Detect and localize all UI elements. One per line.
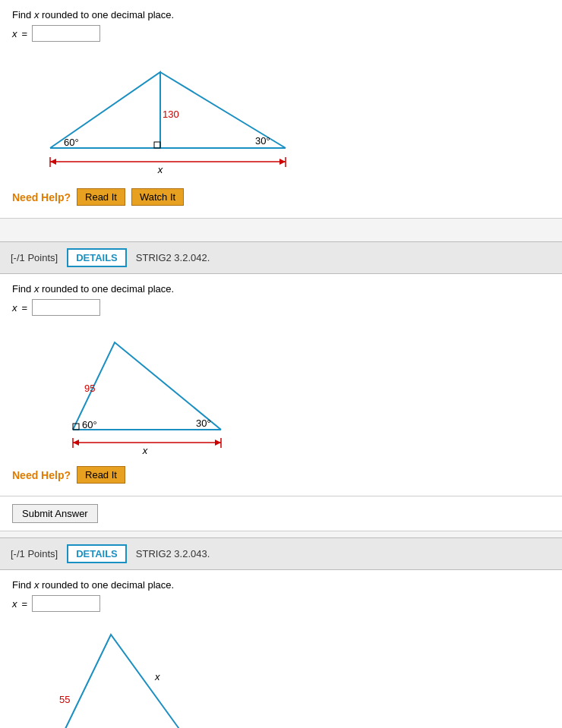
triangle2-svg: 95 60° 30° x <box>27 323 240 456</box>
triangle3-svg: 55 x 65° 60° <box>27 619 210 728</box>
problem-3-code: STRIG2 3.2.043. <box>136 548 210 559</box>
label-130: 130 <box>163 109 179 120</box>
problem-3-x-label: x <box>12 598 17 610</box>
problem-2-points: [-/1 Points] <box>11 252 58 263</box>
label-30: 30° <box>255 135 270 147</box>
problem-3-x-input[interactable] <box>32 595 100 612</box>
label-60-2: 60° <box>82 419 97 430</box>
problem-1-instruction: Find x rounded to one decimal place. <box>12 9 550 20</box>
problem-2-x-label: x <box>12 302 17 314</box>
label-30-2: 30° <box>196 418 211 429</box>
problem-3-x-row: x = <box>12 595 550 612</box>
label-95: 95 <box>84 383 95 394</box>
problem-2-x-row: x = <box>12 299 550 316</box>
problem-2-x-input[interactable] <box>32 299 100 316</box>
problem-3-diagram: 55 x 65° 60° <box>27 619 550 728</box>
problem-2-section: Find x rounded to one decimal place. x =… <box>0 274 562 496</box>
problem-1-equals: = <box>22 28 28 39</box>
problem-1-section: Find x rounded to one decimal place. x =… <box>0 0 562 219</box>
problem-2-equals: = <box>22 302 28 314</box>
submit-answer-btn[interactable]: Submit Answer <box>12 504 98 523</box>
problem-1-need-help-text: Need Help? <box>12 191 71 203</box>
problem-1-x-row: x = <box>12 25 550 42</box>
label-x-hyp: x <box>154 671 160 682</box>
left-arrowhead <box>50 159 56 165</box>
problem-1-read-it-btn[interactable]: Read It <box>77 188 125 206</box>
problem-1-x-input[interactable] <box>32 25 100 42</box>
problem-3-instruction: Find x rounded to one decimal place. <box>12 579 550 591</box>
gap-1 <box>0 219 562 241</box>
problem-1-diagram: 130 60° 30° x <box>27 49 550 181</box>
problem-2-read-it-btn[interactable]: Read It <box>77 466 125 484</box>
problem-3-equals: = <box>22 598 28 610</box>
problem-2-code: STRIG2 3.2.042. <box>136 252 210 263</box>
triangle3-outline <box>54 635 187 728</box>
x-dim-label: x <box>157 164 163 175</box>
problem-1-x-label: x <box>12 28 17 39</box>
problem-2-diagram: 95 60° 30° x <box>27 323 550 459</box>
x2-dim-label: x <box>142 445 148 456</box>
problem-2-details-btn[interactable]: DETAILS <box>67 248 127 267</box>
problem-3-header: [-/1 Points] DETAILS STRIG2 3.2.043. <box>0 537 562 570</box>
submit-row: Submit Answer <box>0 496 562 531</box>
triangle1-svg: 130 60° 30° x <box>27 49 316 178</box>
problem-1-need-help-row: Need Help? Read It Watch It <box>12 188 550 206</box>
label-55: 55 <box>59 694 70 705</box>
problem-3-points: [-/1 Points] <box>11 548 58 559</box>
problem-2-need-help-text: Need Help? <box>12 469 71 481</box>
x2-left-arrow <box>73 440 79 446</box>
right-arrowhead <box>279 159 286 165</box>
problem-2-header: [-/1 Points] DETAILS STRIG2 3.2.042. <box>0 241 562 274</box>
problem-2-need-help-row: Need Help? Read It <box>12 466 550 484</box>
problem-3-section: Find x rounded to one decimal place. x =… <box>0 570 562 728</box>
x2-right-arrow <box>215 440 221 446</box>
problem-1-watch-it-btn[interactable]: Watch It <box>131 188 184 206</box>
right-angle-mark <box>154 142 160 148</box>
label-60: 60° <box>64 137 79 148</box>
gap-2 <box>0 531 562 537</box>
problem-2-instruction: Find x rounded to one decimal place. <box>12 283 550 295</box>
problem-3-details-btn[interactable]: DETAILS <box>67 544 127 563</box>
